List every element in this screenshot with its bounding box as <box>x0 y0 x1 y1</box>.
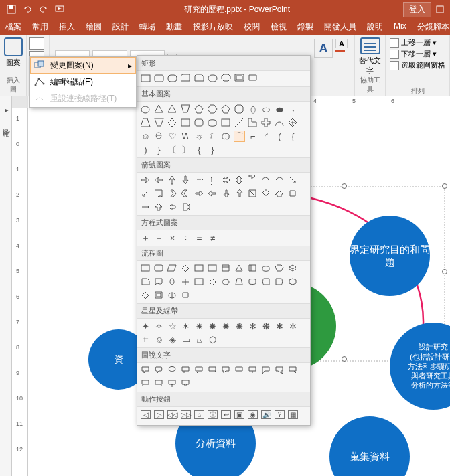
alt-text-icon[interactable] <box>360 37 380 54</box>
shape-option[interactable]: ✧ <box>153 321 165 332</box>
tab-record[interactable]: 錄製 <box>292 19 319 35</box>
shape-option[interactable]: ☼ <box>194 131 205 142</box>
shape-option[interactable]: ❋ <box>260 321 272 332</box>
shape-option[interactable] <box>153 263 165 274</box>
shape-option[interactable] <box>194 175 205 186</box>
shape-option[interactable] <box>207 175 218 186</box>
shape-option[interactable]: 〕 <box>180 144 192 155</box>
shape-option[interactable] <box>287 175 299 186</box>
menu-edit-points[interactable]: 編輯端點(E) <box>30 74 136 90</box>
shape-option[interactable] <box>153 378 165 390</box>
shape-option[interactable]: ≠ <box>207 232 218 244</box>
shape-option[interactable] <box>180 131 192 142</box>
save-icon[interactable] <box>5 3 17 15</box>
shape-option[interactable]: ⬡ <box>207 334 218 345</box>
shape-option[interactable]: ▷▷ <box>180 409 192 420</box>
shape-option[interactable] <box>274 263 285 274</box>
shape-option[interactable] <box>167 365 178 376</box>
shape-option[interactable] <box>153 188 165 200</box>
shape-option[interactable] <box>140 73 151 84</box>
shape-option[interactable] <box>247 365 258 376</box>
shape-option[interactable] <box>140 104 151 115</box>
shape-option[interactable]: ◁ <box>140 409 151 420</box>
shape-option[interactable]: } <box>153 144 165 155</box>
shape-option[interactable]: ☺ <box>140 131 151 142</box>
shape-option[interactable] <box>207 104 218 115</box>
shape-option[interactable] <box>220 263 232 274</box>
shape-option[interactable]: 🔊 <box>260 409 272 420</box>
shape-option[interactable]: ? <box>274 409 285 420</box>
shape-option[interactable] <box>207 73 218 84</box>
shape-option[interactable] <box>194 117 205 129</box>
undo-icon[interactable] <box>21 3 33 15</box>
shape-option[interactable] <box>140 276 151 288</box>
selection-handle[interactable] <box>442 183 447 189</box>
shape-option[interactable] <box>140 263 151 274</box>
shape-option[interactable]: ♡ <box>167 131 178 142</box>
shape-option[interactable] <box>287 276 299 288</box>
shape-option[interactable] <box>274 117 285 129</box>
shape-option[interactable]: ✦ <box>140 321 151 332</box>
shape-option[interactable]: ☆ <box>167 321 178 332</box>
shape-option[interactable] <box>153 290 165 301</box>
bring-forward-button[interactable]: 上移一層 ▾ <box>390 37 445 48</box>
slideshow-icon[interactable] <box>54 3 66 15</box>
shape-option[interactable] <box>167 73 178 84</box>
shape-option[interactable] <box>220 175 232 186</box>
shape-option[interactable] <box>153 117 165 129</box>
shape-option[interactable] <box>194 188 205 200</box>
shape-option[interactable]: ⎊ <box>153 334 165 345</box>
shape-option[interactable]: ↩ <box>220 409 232 420</box>
shape-option[interactable] <box>207 276 218 288</box>
shape-option[interactable] <box>234 175 245 186</box>
shape-option[interactable] <box>167 276 178 288</box>
shape-option[interactable]: ⌒ <box>234 131 245 142</box>
shape-option[interactable] <box>167 117 178 129</box>
shape-option[interactable] <box>140 290 151 301</box>
shape-option[interactable] <box>153 73 165 84</box>
shape-option[interactable]: ▷ <box>153 409 165 420</box>
shape-option[interactable] <box>153 202 165 213</box>
shape-option[interactable] <box>153 365 165 376</box>
shape-option[interactable] <box>274 175 285 186</box>
shape-option[interactable] <box>153 131 165 142</box>
shape-option[interactable]: ⬬ <box>274 104 285 115</box>
shape-option[interactable]: ☾ <box>207 131 218 142</box>
shape-option[interactable]: ◈ <box>167 334 178 345</box>
menu-change-shape[interactable]: 變更圖案(N) ▸ <box>30 57 136 74</box>
shape-option[interactable] <box>167 378 178 390</box>
shape-option[interactable] <box>247 263 258 274</box>
shape-option[interactable] <box>220 117 232 129</box>
shape-option[interactable] <box>140 188 151 200</box>
shape-option[interactable] <box>180 290 192 301</box>
shape-option[interactable] <box>180 263 192 274</box>
shape-option[interactable] <box>274 188 285 200</box>
shape-option[interactable] <box>260 188 272 200</box>
shape-option[interactable] <box>153 104 165 115</box>
shape-option[interactable]: ⏢ <box>194 334 205 345</box>
text-fill-button[interactable]: A <box>335 39 348 48</box>
ribbon-options-icon[interactable] <box>434 3 446 15</box>
shape-option[interactable] <box>274 276 285 288</box>
shape-option[interactable] <box>167 175 178 186</box>
shape-option[interactable]: ▦ <box>287 409 299 420</box>
shape-option[interactable]: ✸ <box>207 321 218 332</box>
shape-option[interactable]: { <box>194 144 205 155</box>
shape-option[interactable] <box>180 104 192 115</box>
shape-option[interactable] <box>207 188 218 200</box>
shape-option[interactable]: ✷ <box>194 321 205 332</box>
shape-option[interactable] <box>140 117 151 129</box>
tab-help[interactable]: 說明 <box>362 19 388 35</box>
tab-design[interactable]: 設計 <box>107 19 134 35</box>
shape-option[interactable] <box>247 73 258 84</box>
shape-option[interactable] <box>234 276 245 288</box>
shape-option[interactable]: ( <box>274 131 285 142</box>
tab-insert[interactable]: 插入 <box>54 19 80 35</box>
shape-option[interactable] <box>287 365 299 376</box>
shape-option[interactable] <box>167 188 178 200</box>
shape-option[interactable] <box>274 365 285 376</box>
tab-home[interactable]: 常用 <box>27 19 54 35</box>
shape-option[interactable] <box>260 175 272 186</box>
shape-option[interactable]: ✱ <box>274 321 285 332</box>
thumbnails-collapsed[interactable]: 縮圖▸ <box>0 96 12 476</box>
